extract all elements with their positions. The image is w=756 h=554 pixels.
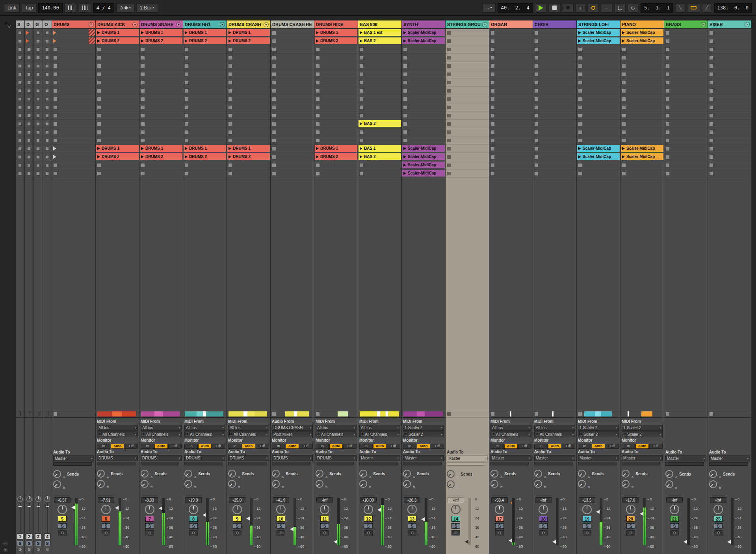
- pan-knob[interactable]: [670, 505, 679, 514]
- arm-button[interactable]: [583, 530, 591, 535]
- clip-slot[interactable]: [183, 112, 227, 120]
- track-header[interactable]: O: [43, 20, 52, 29]
- clip-slot[interactable]: [314, 112, 358, 120]
- volume-fader[interactable]: [27, 503, 31, 532]
- volume-fader[interactable]: [596, 497, 604, 552]
- clip[interactable]: Scaler-MidiCap: [577, 29, 620, 36]
- clip-slot[interactable]: [183, 95, 227, 103]
- clip-slot[interactable]: [402, 103, 445, 112]
- clip-slot[interactable]: DRUMS 1: [314, 29, 358, 37]
- clip-slot[interactable]: [446, 29, 489, 37]
- monitor-in-button[interactable]: In: [316, 444, 329, 449]
- clip-slot[interactable]: [271, 29, 314, 37]
- clip-slot[interactable]: [708, 136, 751, 145]
- clip-slot[interactable]: [25, 45, 33, 54]
- clip-slot[interactable]: [52, 128, 95, 136]
- fader-handle[interactable]: [290, 527, 293, 531]
- clip-slot[interactable]: [358, 87, 401, 95]
- clip-slot[interactable]: [489, 70, 533, 78]
- monitor-auto-button[interactable]: Auto: [198, 444, 212, 449]
- clip-slot[interactable]: [34, 169, 43, 178]
- clip[interactable]: DRUMS 1: [227, 29, 270, 36]
- time-signature-display[interactable]: 4 / 4: [93, 3, 114, 13]
- input-routing-select[interactable]: All Ins▾: [490, 425, 531, 431]
- clip-slot[interactable]: [43, 103, 52, 112]
- clip-slot[interactable]: [25, 112, 33, 120]
- clip-slot[interactable]: [16, 54, 24, 62]
- clip-slot[interactable]: [708, 87, 751, 95]
- track-header[interactable]: DRUMS CRASH RE: [271, 20, 314, 29]
- clip[interactable]: DRUMS 1: [184, 29, 226, 36]
- clip-slot[interactable]: [314, 120, 358, 128]
- clip-slot[interactable]: Scaler-MidiCap: [577, 37, 620, 45]
- tap-tempo-button[interactable]: Tap: [22, 3, 36, 13]
- clip-slot[interactable]: [358, 112, 401, 120]
- output-routing-select[interactable]: DRUMS▾: [272, 455, 313, 461]
- clip-slot[interactable]: BAS 1 ext: [358, 29, 401, 37]
- input-routing-select[interactable]: All Ins▾: [359, 425, 400, 431]
- volume-fader[interactable]: [509, 497, 516, 552]
- clip-slot[interactable]: [34, 70, 43, 78]
- volume-display[interactable]: -8.33: [141, 497, 158, 503]
- volume-display[interactable]: -93.4: [491, 497, 508, 503]
- clip-slot[interactable]: DRUMS 2: [314, 37, 358, 45]
- clip-slot[interactable]: [314, 103, 358, 112]
- clip-slot[interactable]: [708, 145, 751, 153]
- input-channel-select[interactable]: All Channels▾: [534, 431, 575, 437]
- clip-slot[interactable]: [52, 95, 95, 103]
- nudge-down-button[interactable]: [65, 3, 77, 13]
- clip-slot[interactable]: [664, 153, 708, 161]
- clip-slot[interactable]: [52, 153, 95, 161]
- mixer-section-toggle-1[interactable]: ≈: [3, 541, 8, 546]
- clip-slot[interactable]: [25, 169, 33, 178]
- clip-slot[interactable]: [664, 161, 708, 169]
- clip-slot[interactable]: [664, 103, 708, 112]
- clip-slot[interactable]: [227, 103, 270, 112]
- clip-slot[interactable]: [708, 95, 751, 103]
- track-header[interactable]: DRUMS KICK▾: [96, 20, 139, 29]
- clip-slot[interactable]: [96, 62, 139, 70]
- clip-slot[interactable]: DRUMS 2: [96, 153, 139, 161]
- clip-slot[interactable]: [139, 103, 183, 112]
- clip-slot[interactable]: [25, 103, 33, 112]
- clip-slot[interactable]: [446, 78, 489, 87]
- clip-slot[interactable]: [533, 87, 576, 95]
- clip-slot[interactable]: [708, 54, 751, 62]
- output-routing-select[interactable]: Master▾: [403, 455, 444, 461]
- clip-slot[interactable]: [533, 37, 576, 45]
- track-header[interactable]: CHOIR: [533, 20, 576, 29]
- volume-fader[interactable]: [727, 497, 735, 552]
- volume-display[interactable]: -17.0: [622, 497, 639, 503]
- fader-handle[interactable]: [727, 540, 731, 544]
- volume-display[interactable]: -Inf: [316, 497, 333, 503]
- output-routing-select[interactable]: Master▾: [359, 455, 400, 461]
- clip-slot[interactable]: [446, 62, 489, 70]
- clip-slot[interactable]: [708, 120, 751, 128]
- clip[interactable]: BAS 2: [358, 120, 401, 127]
- monitor-auto-button[interactable]: Auto: [417, 444, 430, 449]
- fader-handle[interactable]: [552, 540, 556, 544]
- clip-slot[interactable]: [43, 145, 52, 153]
- clip-slot[interactable]: [708, 78, 751, 87]
- clip-slot[interactable]: [446, 45, 489, 54]
- clip-slot[interactable]: [227, 78, 270, 87]
- clip-slot[interactable]: Scaler-MidiCap: [620, 145, 664, 153]
- clip-slot[interactable]: [43, 87, 52, 95]
- arm-button[interactable]: [714, 530, 723, 535]
- monitor-in-button[interactable]: In: [403, 444, 416, 449]
- clip-slot[interactable]: [34, 87, 43, 95]
- clip-slot[interactable]: [271, 128, 314, 136]
- clip-slot[interactable]: [227, 70, 270, 78]
- clip-slot[interactable]: [577, 136, 620, 145]
- clip-slot[interactable]: [620, 87, 664, 95]
- clip-slot[interactable]: [708, 128, 751, 136]
- monitor-auto-button[interactable]: Auto: [154, 444, 168, 449]
- clip-slot[interactable]: [25, 29, 33, 37]
- clip-slot[interactable]: Scaler-MidiCap: [577, 145, 620, 153]
- clip-slot[interactable]: [25, 95, 33, 103]
- clip-slot[interactable]: [708, 153, 751, 161]
- send-b-knob[interactable]: [141, 480, 149, 488]
- clip-slot[interactable]: [314, 62, 358, 70]
- send-b-knob[interactable]: [272, 480, 280, 488]
- clip-slot[interactable]: [52, 70, 95, 78]
